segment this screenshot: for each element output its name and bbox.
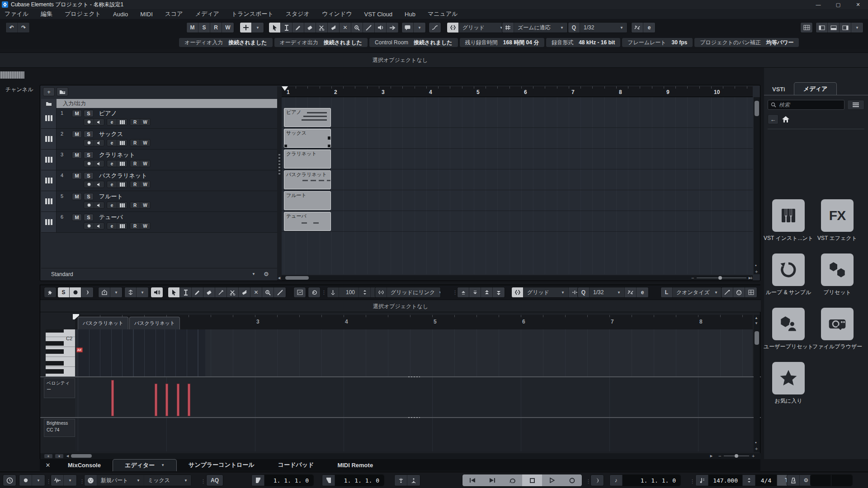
cc-lane[interactable] [75, 418, 753, 451]
move-down-icon[interactable] [469, 287, 481, 297]
track-mute-button[interactable]: M [72, 151, 82, 159]
track-write-button[interactable]: W [140, 119, 150, 125]
quantize-preset-dropdown[interactable]: クオンタイズ [673, 287, 722, 297]
stop-button[interactable] [522, 474, 542, 486]
home-button[interactable] [780, 114, 791, 124]
event-track-lane[interactable]: フルート [282, 190, 753, 211]
mute-tool[interactable]: ✕ [340, 23, 351, 33]
results-list-button[interactable] [847, 100, 864, 110]
automation-dropdown[interactable] [252, 23, 264, 33]
transport-crescent-icon[interactable] [591, 475, 604, 486]
tempo-track-icon[interactable] [696, 475, 708, 486]
track-edit-channel-button[interactable]: e [107, 140, 117, 146]
part-tab[interactable]: バスクラリネット [78, 317, 128, 329]
tab-media[interactable]: メディア [794, 82, 837, 95]
velocity-bar[interactable] [111, 380, 114, 416]
bottom-tab-mixconsole[interactable]: MixConsole [56, 460, 113, 470]
audio-waveform-icon[interactable] [51, 475, 64, 486]
editor-playhead-flag[interactable] [73, 314, 79, 319]
media-tile-star[interactable] [772, 362, 805, 394]
close-button[interactable]: ✕ [848, 0, 868, 9]
velocity-bar[interactable] [165, 384, 168, 416]
editor-eraser-tool[interactable] [203, 287, 215, 297]
vzoom-plus[interactable]: + [755, 269, 758, 274]
track-instrument-button[interactable] [117, 223, 127, 229]
position-display[interactable]: 1. 1. 1. 0 [623, 475, 680, 486]
add-lane-button[interactable]: + [44, 454, 53, 459]
editor-swing-icon[interactable] [625, 287, 637, 297]
track-solo-button[interactable]: S [84, 110, 94, 117]
event-track-lane[interactable]: テューバ [282, 211, 753, 232]
acoustic-feedback-button[interactable] [81, 287, 93, 297]
editor-edit-letter[interactable]: e [637, 287, 648, 297]
editor-trim-tool[interactable] [215, 287, 227, 297]
right-locator-display[interactable]: 1. 1. 1. 0 [335, 475, 384, 486]
track-solo-button[interactable]: S [84, 214, 94, 221]
editor-zoom-tool[interactable] [262, 287, 274, 297]
lane-dropdown[interactable] [55, 454, 64, 459]
track-write-button[interactable]: W [140, 202, 150, 208]
audio-record-dropdown[interactable] [64, 475, 76, 486]
minimize-button[interactable]: — [808, 0, 828, 9]
velocity-bar[interactable] [188, 384, 190, 416]
eraser-tool[interactable] [304, 23, 316, 33]
event-track-lane[interactable]: ピアノ [282, 107, 753, 128]
note-expression-dropdown[interactable] [110, 287, 122, 297]
track-row[interactable]: 1MSピアノeRW [41, 108, 277, 129]
cycle-button[interactable] [502, 474, 522, 486]
editor-line-tool[interactable] [274, 287, 286, 297]
speaker-icon[interactable] [151, 287, 163, 297]
move-up-octave-icon[interactable] [481, 287, 493, 297]
track-monitor-button[interactable] [94, 223, 104, 229]
snap-icon[interactable] [447, 23, 459, 33]
track-write-button[interactable]: W [140, 140, 150, 146]
global-m-button[interactable]: M [187, 23, 198, 33]
midi-clip[interactable]: フルート [284, 191, 331, 210]
menu-item[interactable]: 編集 [41, 10, 52, 18]
record-button[interactable] [562, 474, 582, 486]
track-preset-button[interactable] [57, 87, 68, 96]
menu-item[interactable]: ファイル [5, 10, 28, 18]
play-button[interactable] [542, 474, 562, 486]
track-mute-button[interactable]: M [72, 214, 82, 221]
velocity-bar[interactable] [177, 384, 179, 416]
track-record-enable-button[interactable] [84, 140, 94, 146]
editor-solo-button[interactable]: S [58, 287, 70, 297]
line-tool[interactable] [363, 23, 375, 33]
record-mode-icon[interactable] [19, 475, 32, 486]
midi-record-part-dropdown[interactable]: 新規パート [97, 475, 144, 486]
track-monitor-button[interactable] [94, 160, 104, 167]
menu-item[interactable]: スコア [165, 10, 183, 18]
step-input-icon[interactable] [722, 287, 733, 297]
editor-mute-tool[interactable]: ✕ [250, 287, 262, 297]
automation-icon[interactable] [240, 23, 252, 33]
layout-setup-dropdown[interactable] [851, 23, 863, 33]
color-dropdown[interactable] [414, 23, 425, 33]
track-instrument-button[interactable] [117, 160, 127, 167]
info-chip[interactable]: 残り録音時間168 時間 04 分 [460, 38, 545, 47]
maximize-button[interactable]: ▢ [828, 0, 848, 9]
transport-options-button[interactable] [3, 475, 16, 486]
editor-scissors-tool[interactable] [227, 287, 239, 297]
editor-quantize-letter[interactable]: Q [578, 287, 590, 297]
editor-snap-icon[interactable] [512, 287, 524, 297]
bottom-tab-midi-remote[interactable]: MIDI Remote [326, 460, 385, 470]
quantize-preset-letter[interactable]: L [661, 287, 673, 297]
info-chip[interactable]: オーディオ出力接続されました [274, 38, 368, 47]
scroll-up-chevron[interactable]: ▲ [755, 316, 758, 320]
click-pattern-display-1[interactable] [811, 475, 831, 486]
track-solo-button[interactable]: S [84, 193, 94, 200]
info-chip[interactable]: Control Room接続されました [369, 38, 458, 47]
media-tile-hexagons[interactable] [821, 253, 854, 286]
editor-quantize-dropdown[interactable]: 1/32 [590, 287, 625, 297]
track-read-button[interactable]: R [130, 181, 140, 188]
velocity-lane[interactable] [75, 377, 753, 417]
media-tile-piano[interactable] [772, 199, 805, 232]
layout-lower-zone-icon[interactable] [828, 23, 840, 33]
track-solo-button[interactable]: S [84, 172, 94, 179]
auto-scroll-icon[interactable] [429, 23, 441, 33]
layout-right-zone-icon[interactable] [840, 23, 851, 33]
track-edit-channel-button[interactable]: e [107, 119, 117, 125]
track-write-button[interactable]: W [140, 160, 150, 167]
track-edit-channel-button[interactable]: e [107, 181, 117, 188]
